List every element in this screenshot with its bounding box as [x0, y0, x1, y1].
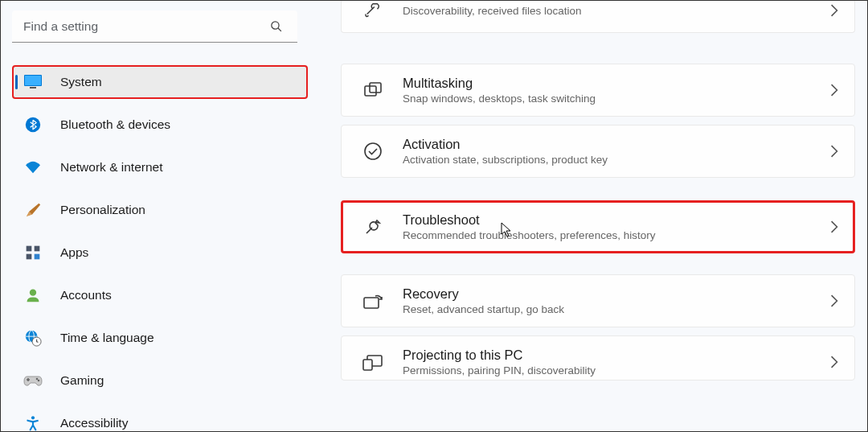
svg-rect-21 [364, 298, 379, 308]
card-recovery[interactable]: Recovery Reset, advanced startup, go bac… [341, 274, 855, 327]
card-title: Multitasking [403, 76, 822, 91]
share-icon [362, 1, 383, 21]
wifi-icon [23, 158, 43, 177]
sidebar-item-apps[interactable]: Apps [12, 236, 308, 269]
globe-clock-icon [23, 328, 43, 348]
sidebar-item-accessibility[interactable]: Accessibility [12, 406, 308, 432]
svg-rect-19 [370, 83, 381, 93]
sidebar-item-label: Time & language [60, 331, 154, 345]
sidebar-item-accounts[interactable]: Accounts [12, 278, 308, 312]
card-subtitle: Reset, advanced startup, go back [403, 303, 822, 315]
card-title: Projecting to this PC [403, 348, 822, 363]
svg-rect-6 [27, 246, 32, 252]
card-multitasking[interactable]: Multitasking Snap windows, desktops, tas… [341, 64, 855, 117]
svg-rect-7 [35, 246, 40, 252]
chevron-right-icon [830, 84, 838, 97]
svg-point-15 [36, 378, 39, 381]
svg-point-17 [31, 416, 35, 419]
recovery-icon [362, 290, 383, 311]
display-icon [23, 72, 43, 92]
card-projecting[interactable]: Projecting to this PC Permissions, pairi… [341, 335, 855, 381]
svg-rect-18 [365, 86, 376, 96]
svg-point-16 [38, 380, 40, 382]
svg-rect-8 [27, 254, 32, 260]
card-subtitle: Discoverability, received files location [403, 5, 822, 17]
card-troubleshoot[interactable]: Troubleshoot Recommended troubleshooters… [341, 200, 855, 253]
sidebar-item-network[interactable]: Network & internet [12, 150, 308, 184]
main-content: Nearby sharing Discoverability, received… [318, 1, 867, 431]
svg-rect-4 [30, 87, 36, 88]
chevron-right-icon [830, 220, 838, 233]
sidebar-item-label: System [60, 75, 102, 89]
sidebar-item-label: Bluetooth & devices [60, 117, 170, 132]
projecting-icon [362, 352, 383, 372]
gamepad-icon [23, 371, 43, 390]
paintbrush-icon [23, 200, 43, 220]
sidebar-item-label: Gaming [60, 373, 104, 388]
check-circle-icon [362, 141, 383, 162]
sidebar-item-gaming[interactable]: Gaming [12, 364, 308, 397]
search-icon[interactable] [269, 19, 283, 33]
card-subtitle: Recommended troubleshooters, preferences… [403, 229, 822, 241]
svg-rect-23 [363, 360, 372, 370]
card-activation[interactable]: Activation Activation state, subscriptio… [341, 125, 855, 178]
card-subtitle: Activation state, subscriptions, product… [403, 154, 822, 166]
card-title: Recovery [403, 286, 822, 302]
card-subtitle: Permissions, pairing PIN, discoverabilit… [403, 364, 822, 376]
bluetooth-icon [23, 115, 43, 134]
svg-rect-9 [35, 254, 40, 260]
card-title: Activation [403, 137, 822, 152]
sidebar-item-personalization[interactable]: Personalization [12, 193, 308, 227]
sidebar-item-label: Accessibility [60, 416, 128, 430]
person-icon [23, 286, 43, 305]
svg-point-10 [30, 290, 36, 296]
wrench-icon [362, 216, 383, 237]
sidebar-item-bluetooth[interactable]: Bluetooth & devices [12, 108, 308, 142]
chevron-right-icon [830, 145, 838, 158]
accessibility-icon [23, 413, 43, 432]
sidebar: System Bluetooth & devices Network & int… [1, 1, 318, 431]
multitasking-icon [362, 80, 383, 101]
sidebar-item-system[interactable]: System [12, 65, 308, 99]
card-subtitle: Snap windows, desktops, task switching [403, 93, 822, 105]
svg-line-1 [278, 28, 281, 31]
sidebar-item-label: Accounts [60, 288, 112, 302]
svg-point-20 [365, 143, 381, 159]
chevron-right-icon [830, 356, 838, 368]
apps-icon [23, 243, 43, 262]
sidebar-item-time-language[interactable]: Time & language [12, 321, 308, 355]
sidebar-item-label: Network & internet [60, 160, 163, 175]
chevron-right-icon [830, 4, 838, 17]
svg-point-0 [272, 22, 279, 29]
card-title: Troubleshoot [403, 212, 822, 228]
sidebar-item-label: Apps [60, 245, 88, 260]
search-input[interactable] [12, 10, 297, 43]
sidebar-item-label: Personalization [60, 203, 145, 217]
search-wrap [12, 10, 307, 43]
chevron-right-icon [830, 294, 838, 307]
svg-rect-3 [25, 76, 41, 85]
card-nearby-sharing[interactable]: Nearby sharing Discoverability, received… [341, 1, 855, 33]
